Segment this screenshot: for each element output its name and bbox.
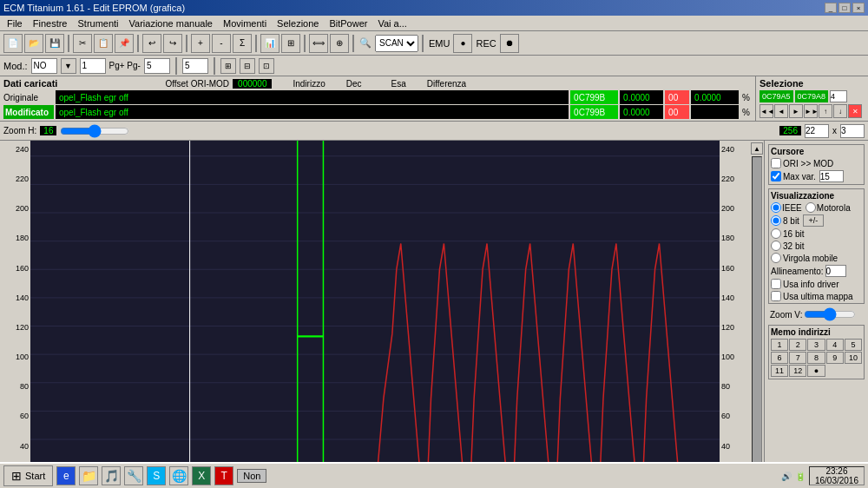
open-btn[interactable]: 📂	[24, 34, 43, 53]
util-icon[interactable]: 🔧	[124, 466, 143, 485]
field2[interactable]	[144, 58, 170, 74]
zoom-field1[interactable]	[805, 124, 829, 138]
mod-down-btn[interactable]: ▼	[61, 58, 76, 74]
rec-label: REC	[474, 38, 497, 49]
copy-btn[interactable]: 📋	[94, 34, 113, 53]
menu-strumenti[interactable]: Strumenti	[72, 16, 123, 31]
zoom-field2[interactable]	[840, 124, 865, 138]
yr-80: 80	[721, 382, 748, 391]
rec-btn[interactable]: ⏺	[500, 34, 519, 53]
scroll-up-btn[interactable]: ▲	[751, 142, 763, 155]
undo-btn[interactable]: ↩	[142, 34, 161, 53]
memo-7[interactable]: 7	[789, 352, 806, 364]
table-btn[interactable]: ⊞	[281, 34, 300, 53]
max-var-input[interactable]	[819, 170, 844, 182]
tb2-btn2[interactable]: ⊟	[240, 58, 255, 74]
y-240: 240	[2, 145, 29, 154]
save-btn[interactable]: 💾	[45, 34, 64, 53]
usa-ultima-label: Usa ultima mappa	[783, 292, 853, 301]
sigma-btn[interactable]: Σ	[233, 34, 252, 53]
excel-icon[interactable]: X	[192, 466, 211, 485]
menu-variazione[interactable]: Variazione manuale	[124, 16, 218, 31]
bit16-radio[interactable]	[771, 228, 781, 239]
bit8-label: 8 bit	[783, 216, 799, 226]
ori-mod-checkbox[interactable]	[771, 158, 781, 168]
memo-2[interactable]: 2	[789, 339, 806, 351]
bit32-radio[interactable]	[771, 241, 781, 251]
paste-btn[interactable]: 📌	[115, 34, 134, 53]
chrome-icon[interactable]: 🌐	[169, 466, 188, 485]
usa-info-check[interactable]	[771, 279, 781, 289]
media-icon[interactable]: 🎵	[102, 466, 121, 485]
chrome-symbol: 🌐	[172, 469, 187, 483]
taskbar-right: 🔊 🔋 23:26 16/03/2016	[781, 466, 865, 485]
virgola-radio[interactable]	[771, 253, 781, 263]
zoom-in-btn[interactable]: +	[191, 34, 210, 53]
compare-btn[interactable]: ⟺	[309, 34, 328, 53]
sel-down-btn[interactable]: ↓	[833, 104, 847, 118]
memo-10[interactable]: 10	[845, 352, 862, 364]
memo-3[interactable]: 3	[807, 339, 825, 351]
close-button[interactable]: ×	[852, 3, 865, 13]
field3[interactable]	[182, 58, 208, 74]
sel-prev-prev-btn[interactable]: ◄◄	[760, 104, 773, 118]
minimize-button[interactable]: _	[825, 3, 837, 13]
sel-dim-input[interactable]	[830, 90, 847, 102]
bit8-radio[interactable]	[771, 215, 781, 226]
app-icon[interactable]: T	[214, 466, 233, 485]
emu-btn[interactable]: ●	[453, 34, 472, 53]
filter-btn[interactable]: ⊕	[330, 34, 349, 53]
memo-4[interactable]: 4	[826, 339, 844, 351]
menu-bitpower[interactable]: BitPower	[324, 16, 372, 31]
menu-selezione[interactable]: Selezione	[272, 16, 324, 31]
memo-8[interactable]: 8	[807, 352, 825, 364]
cut-btn[interactable]: ✂	[73, 34, 92, 53]
sel-prev-btn[interactable]: ◄	[774, 104, 788, 118]
yr-160: 160	[721, 264, 748, 273]
graph-area[interactable]: 0C79A5 0C79A8	[30, 141, 720, 488]
memo-5[interactable]: 5	[845, 339, 862, 351]
field1[interactable]	[80, 58, 106, 74]
memo-1[interactable]: 1	[771, 339, 788, 351]
vertical-scrollbar[interactable]	[752, 156, 762, 488]
ie-icon[interactable]: e	[56, 466, 76, 485]
sel-next-btn[interactable]: ►	[789, 104, 803, 118]
mod-field[interactable]: NO	[31, 58, 57, 74]
memo-6[interactable]: 6	[771, 352, 788, 364]
motorola-radio[interactable]	[806, 202, 816, 213]
tb2-btn3[interactable]: ⊡	[259, 58, 274, 74]
zoom-h-slider[interactable]	[60, 126, 129, 136]
memo-dot[interactable]: ●	[807, 365, 825, 377]
start-button[interactable]: ⊞ Start	[3, 465, 53, 486]
menu-finestre[interactable]: Finestre	[28, 16, 73, 31]
zoom-x: x	[832, 126, 837, 135]
maximize-button[interactable]: □	[838, 3, 851, 13]
sel-next-next-btn[interactable]: ►►	[804, 104, 818, 118]
sel-up-btn[interactable]: ↑	[819, 104, 832, 118]
ori-mod-check: ORI >> MOD	[771, 158, 862, 168]
menu-vai[interactable]: Vai a...	[372, 16, 411, 31]
max-var-checkbox[interactable]	[771, 171, 781, 181]
memo-12[interactable]: 12	[789, 365, 806, 377]
scan-select[interactable]: SCAN	[375, 35, 418, 52]
memo-11[interactable]: 11	[771, 365, 788, 377]
memo-9[interactable]: 9	[826, 352, 844, 364]
usa-ultima-check[interactable]	[771, 291, 781, 301]
new-btn[interactable]: 📄	[3, 34, 23, 53]
ieee-radio[interactable]	[771, 202, 781, 213]
media-symbol: 🎵	[104, 469, 119, 483]
tb2-btn1[interactable]: ⊞	[220, 58, 236, 74]
menu-file[interactable]: File	[2, 16, 28, 31]
redo-btn[interactable]: ↪	[163, 34, 182, 53]
zoom-v-slider[interactable]	[804, 309, 856, 320]
memo-section: Memo indirizzi 1 2 3 4 5 6 7 8 9 10 11 1…	[768, 325, 865, 379]
menu-movimenti[interactable]: Movimenti	[218, 16, 272, 31]
skype-icon[interactable]: S	[147, 466, 166, 485]
sel-clear-btn[interactable]: ✕	[848, 104, 862, 118]
folder-icon[interactable]: 📁	[79, 466, 98, 485]
non-badge[interactable]: Non	[237, 469, 266, 483]
plusminus-btn[interactable]: +/-	[803, 214, 824, 227]
zoom-out-btn[interactable]: -	[212, 34, 231, 53]
allineamento-input[interactable]	[825, 265, 846, 277]
graph-btn[interactable]: 📊	[260, 34, 279, 53]
